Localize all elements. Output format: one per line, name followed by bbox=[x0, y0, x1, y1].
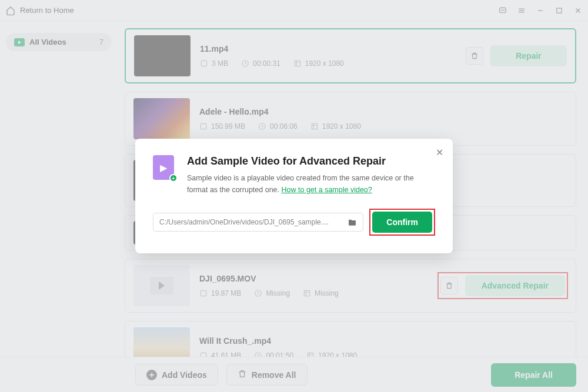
add-sample-modal: ✕ ▶ + Add Sample Video for Advanced Repa… bbox=[135, 139, 453, 253]
modal-overlay: ✕ ▶ + Add Sample Video for Advanced Repa… bbox=[0, 0, 588, 392]
confirm-highlight: Confirm bbox=[369, 209, 435, 236]
close-modal-button[interactable]: ✕ bbox=[436, 147, 443, 158]
sample-path-input[interactable] bbox=[159, 218, 344, 226]
how-to-link[interactable]: How to get a sample video? bbox=[282, 186, 372, 194]
modal-title: Add Sample Video for Advanced Repair bbox=[187, 155, 435, 167]
modal-description: Sample video is a playable video created… bbox=[187, 172, 435, 196]
folder-icon[interactable] bbox=[348, 218, 357, 226]
sample-video-icon: ▶ + bbox=[153, 155, 176, 181]
plus-badge-icon: + bbox=[169, 174, 178, 182]
confirm-button[interactable]: Confirm bbox=[372, 212, 432, 233]
sample-path-input-wrap[interactable] bbox=[153, 213, 363, 232]
